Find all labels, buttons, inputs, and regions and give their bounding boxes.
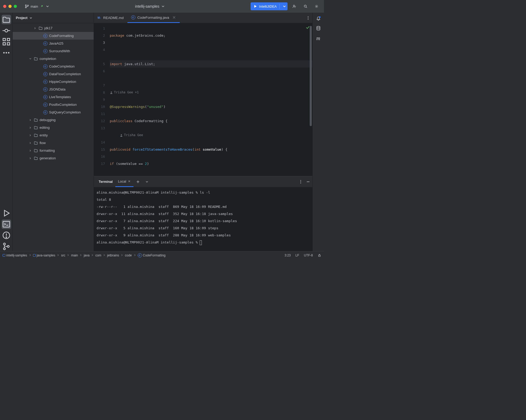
commit-tool-button[interactable] <box>2 26 11 35</box>
more-horizontal-icon <box>2 48 11 58</box>
tabs-menu-button[interactable] <box>304 13 312 23</box>
tree-item[interactable]: completion <box>13 55 94 63</box>
chevron-down-icon <box>145 180 149 184</box>
tree-item[interactable]: flow <box>13 139 94 147</box>
database-button[interactable] <box>316 26 321 32</box>
git-branch-selector[interactable]: main <box>25 4 50 8</box>
editor-code[interactable]: package com.jetbrains.code; import java.… <box>108 23 312 176</box>
run-tool-button[interactable] <box>2 208 11 218</box>
person-add-icon <box>292 4 297 8</box>
run-config-name: IntelliJIDEA <box>259 4 277 8</box>
git-icon <box>2 242 11 251</box>
svg-rect-7 <box>3 38 5 41</box>
search-icon <box>303 4 308 8</box>
breadcrumbs[interactable]: intellij-samplesjava-samplessrcmainjavac… <box>3 253 283 257</box>
tree-item[interactable]: CHippieCompletion <box>13 78 94 85</box>
more-tools-button[interactable] <box>2 48 11 58</box>
status-bar: intellij-samplesjava-samplessrcmainjavac… <box>0 251 324 259</box>
tree-item[interactable]: CCodeCompletion <box>13 63 94 70</box>
close-icon[interactable] <box>128 180 131 183</box>
svg-point-1 <box>25 7 26 8</box>
breadcrumb-item[interactable]: main <box>71 254 78 257</box>
readonly-toggle-icon[interactable] <box>318 254 321 257</box>
project-panel: Project jdk17CCodeFormattingCJavaAt25CSu… <box>13 13 94 251</box>
more-vertical-icon[interactable] <box>299 180 303 184</box>
tree-item[interactable]: debugging <box>13 116 94 124</box>
tree-item[interactable]: CJSONData <box>13 85 94 93</box>
tree-item[interactable]: generation <box>13 154 94 162</box>
window-controls <box>3 5 17 8</box>
breadcrumb-item[interactable]: jetbrains <box>107 254 119 257</box>
breadcrumb-item[interactable]: java-samples <box>33 254 55 257</box>
tree-item[interactable]: CJavaAt25 <box>13 40 94 47</box>
svg-rect-30 <box>319 255 321 256</box>
close-window-button[interactable] <box>3 5 6 8</box>
svg-rect-9 <box>3 43 5 45</box>
maven-button[interactable]: m <box>316 35 320 41</box>
editor-tab[interactable]: M↓README.md <box>94 13 127 23</box>
tree-item[interactable]: CDataFlowCompletion <box>13 70 94 78</box>
svg-point-12 <box>6 52 7 53</box>
editor-body[interactable]: 1234 56 78910111213 14151617 package com… <box>94 23 312 176</box>
terminal-session-tab[interactable]: Local <box>115 176 133 187</box>
settings-button[interactable] <box>312 2 321 11</box>
terminal-tool-button[interactable] <box>2 219 11 229</box>
svg-point-27 <box>300 181 301 182</box>
breadcrumb-item[interactable]: intellij-samples <box>3 254 27 257</box>
tree-item[interactable]: CLiveTemplates <box>13 93 94 101</box>
editor-scrollbar[interactable] <box>309 23 312 176</box>
vcs-tool-button[interactable] <box>2 242 11 251</box>
editor-gutter[interactable]: 1234 56 78910111213 14151617 <box>94 23 108 176</box>
minimize-icon[interactable] <box>306 180 310 184</box>
tree-item[interactable]: jdk17 <box>13 24 94 32</box>
file-encoding[interactable]: UTF-8 <box>304 254 313 257</box>
scrollbar-thumb[interactable] <box>310 26 312 126</box>
terminal-title-tab[interactable]: Terminal <box>96 176 115 187</box>
tree-item[interactable]: entity <box>13 131 94 139</box>
new-terminal-button[interactable] <box>133 176 142 187</box>
search-everywhere-button[interactable] <box>301 2 310 11</box>
caret-position[interactable]: 3:23 <box>285 254 291 257</box>
tree-item[interactable]: CSurroundWith <box>13 47 94 55</box>
maximize-window-button[interactable] <box>14 5 17 8</box>
run-config-button[interactable]: IntelliJIDEA <box>251 2 288 10</box>
warning-circle-icon <box>2 231 11 240</box>
svg-point-4 <box>304 5 306 7</box>
svg-point-6 <box>5 29 8 32</box>
svg-rect-8 <box>7 38 9 41</box>
svg-point-28 <box>300 183 301 183</box>
tree-item[interactable]: formatting <box>13 147 94 154</box>
minimize-window-button[interactable] <box>8 5 12 8</box>
structure-tool-button[interactable] <box>2 37 11 46</box>
tree-item[interactable]: editing <box>13 124 94 131</box>
chevron-down-icon <box>282 4 286 8</box>
terminal-dropdown-button[interactable] <box>142 176 151 187</box>
tree-item[interactable]: CPostfixCompletion <box>13 101 94 108</box>
terminal-body[interactable]: alina.mishina@NLTMP0021-AlinaM intellij-… <box>94 187 312 251</box>
project-tree[interactable]: jdk17CCodeFormattingCJavaAt25CSurroundWi… <box>13 23 94 251</box>
breadcrumb-item[interactable]: src <box>61 254 65 257</box>
project-title-dropdown[interactable]: intellij-samples <box>52 4 248 8</box>
breadcrumb-item[interactable]: code <box>125 254 132 257</box>
breadcrumb-item[interactable]: java <box>84 254 89 257</box>
author-inlay[interactable]: Trisha Gee +1 <box>110 89 312 96</box>
close-icon[interactable] <box>172 16 176 19</box>
project-panel-header[interactable]: Project <box>13 13 94 23</box>
breadcrumb-item[interactable]: CCodeFormatting <box>138 253 166 257</box>
tree-item[interactable]: CSqlQueryCompletion <box>13 108 94 116</box>
problems-tool-button[interactable] <box>2 231 11 240</box>
line-separator[interactable]: LF <box>295 254 299 257</box>
author-inlay[interactable]: Trisha Gee <box>110 132 312 139</box>
svg-point-23 <box>111 92 112 93</box>
project-tool-button[interactable] <box>2 15 11 24</box>
svg-point-16 <box>6 237 7 238</box>
plus-icon <box>136 180 140 184</box>
notifications-button[interactable] <box>316 16 321 22</box>
breadcrumb-item[interactable]: com <box>95 254 101 257</box>
editor-tab[interactable]: CCodeFormatting.java <box>127 13 180 23</box>
svg-point-0 <box>25 5 26 6</box>
tree-item[interactable]: CCodeFormatting <box>13 32 94 40</box>
svg-rect-10 <box>7 43 9 45</box>
code-with-me-button[interactable] <box>290 2 299 11</box>
editor-region: M↓README.mdCCodeFormatting.java 1234 56 … <box>94 13 312 251</box>
